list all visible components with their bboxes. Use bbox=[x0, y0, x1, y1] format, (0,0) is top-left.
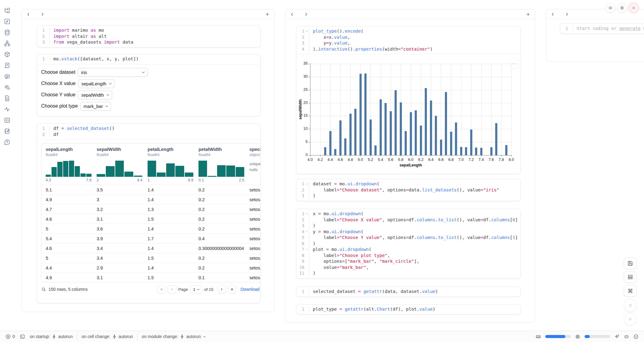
bar[interactable] bbox=[470, 130, 472, 155]
bar[interactable] bbox=[395, 90, 397, 155]
table-row[interactable]: 4.93.11.50.1setosa bbox=[41, 273, 261, 282]
runtime-config-item[interactable]: on cell change:autorun bbox=[81, 334, 133, 339]
ai-chat-icon[interactable] bbox=[0, 71, 14, 82]
bar[interactable] bbox=[435, 116, 437, 155]
data-sources-icon[interactable] bbox=[0, 27, 14, 38]
code-cell-xy-plot-dropdowns[interactable]: 1x = mo.ui.dropdown(2 label="Choose X va… bbox=[296, 209, 521, 279]
shutdown-button[interactable] bbox=[629, 3, 639, 13]
code-editor[interactable]: 1df = selected_dataset()2df bbox=[37, 124, 260, 139]
code-line[interactable]: 2 label="Choose dataset", options=data.l… bbox=[296, 187, 521, 193]
previous-page-button[interactable]: ‹ bbox=[168, 285, 176, 294]
code-line[interactable]: 1selected_dataset = getattr(data, datase… bbox=[296, 289, 521, 295]
copilot-icon[interactable] bbox=[624, 334, 629, 339]
code-line[interactable]: 3 y=y.value, bbox=[296, 40, 521, 46]
column-header[interactable]: petalLengthfloat6416.9 bbox=[148, 147, 199, 182]
first-page-button[interactable]: « bbox=[157, 285, 166, 294]
chart-actions-icon[interactable]: ⋯ bbox=[509, 58, 520, 69]
collapse-left-icon[interactable] bbox=[289, 11, 295, 17]
notebook-menu-button[interactable] bbox=[606, 3, 615, 13]
bar[interactable] bbox=[360, 74, 362, 155]
code-cell-plot-type[interactable]: 1plot_type = getattr(alt.Chart(df), plot… bbox=[296, 304, 521, 315]
code-editor[interactable]: 1import marimo as mo2import altair as al… bbox=[37, 26, 260, 47]
code-line[interactable]: 2df bbox=[37, 132, 260, 138]
run-all-button[interactable] bbox=[624, 313, 637, 326]
documentation-icon[interactable] bbox=[0, 93, 14, 104]
bar[interactable] bbox=[505, 145, 507, 155]
fold-gutter[interactable] bbox=[304, 211, 309, 217]
dependency-graph-icon[interactable] bbox=[0, 38, 14, 49]
code-line[interactable]: 1plot_type().encode( bbox=[296, 28, 521, 34]
bar[interactable] bbox=[329, 131, 331, 155]
bar[interactable] bbox=[354, 109, 356, 155]
logs-icon[interactable] bbox=[0, 60, 14, 71]
table-row[interactable]: 53.61.40.2setosa bbox=[41, 224, 261, 233]
code-cell-dataframe[interactable]: 1df = selected_dataset()2df sepalLengthf… bbox=[37, 123, 261, 303]
bar[interactable] bbox=[349, 114, 352, 155]
snippets-icon[interactable] bbox=[0, 115, 14, 126]
ai-assist-icon[interactable] bbox=[614, 334, 620, 339]
code-editor[interactable]: 1selected_dataset = getattr(data, datase… bbox=[296, 287, 521, 297]
code-editor[interactable]: 1mo.vstack([dataset, x, y, plot]) bbox=[37, 54, 260, 64]
bar[interactable] bbox=[380, 99, 382, 155]
code-line[interactable]: 1mo.vstack([dataset, x, y, plot]) bbox=[37, 56, 260, 62]
code-line[interactable]: 4).interactive().properties(width="conta… bbox=[296, 46, 521, 52]
download-button[interactable]: Download bbox=[241, 287, 261, 292]
code-line[interactable]: 7plot = mo.ui.dropdown( bbox=[296, 247, 521, 253]
column-header[interactable]: petalWidthfloat640.12.5 bbox=[199, 147, 249, 182]
code-line[interactable]: 9 options=["mark_bar", "mark_circle"], bbox=[296, 258, 521, 265]
errors-indicator[interactable]: 0 bbox=[5, 334, 15, 339]
code-line[interactable]: 3) bbox=[296, 223, 521, 229]
table-row[interactable]: 4.42.91.40.2setosa bbox=[41, 263, 261, 273]
bar[interactable] bbox=[440, 140, 442, 155]
table-row[interactable]: 53.41.50.2setosa bbox=[41, 253, 261, 263]
collapse-right-icon[interactable] bbox=[303, 11, 309, 17]
bar[interactable] bbox=[480, 148, 482, 155]
add-cell-icon[interactable] bbox=[264, 11, 270, 17]
dropdown-select[interactable]: iris bbox=[78, 68, 148, 77]
code-line[interactable]: 1plot_type = getattr(alt.Chart(df), plot… bbox=[296, 306, 521, 312]
code-line[interactable]: 4y = mo.ui.dropdown( bbox=[296, 229, 521, 235]
bar[interactable] bbox=[400, 102, 402, 155]
bar[interactable] bbox=[334, 149, 336, 155]
keyboard-shortcuts-button[interactable]: ⌘ bbox=[624, 285, 637, 297]
connection-status-icon[interactable] bbox=[633, 334, 639, 339]
code-line[interactable]: 2 label="Choose X value", options=df.col… bbox=[296, 217, 521, 223]
empty-code-cell[interactable]: 1Start coding or generate with AI bbox=[560, 23, 644, 34]
bar[interactable] bbox=[455, 123, 457, 155]
collapse-right-icon[interactable] bbox=[564, 11, 570, 17]
collapse-left-icon[interactable] bbox=[550, 11, 556, 17]
code-line[interactable]: 2 x=x.value, bbox=[296, 34, 521, 41]
collapse-right-icon[interactable] bbox=[39, 11, 45, 17]
code-line[interactable]: 10 value="mark_bar", bbox=[296, 265, 521, 271]
file-explorer-icon[interactable] bbox=[0, 5, 14, 16]
column-header[interactable]: sepalWidthfloat6424.4 bbox=[97, 147, 148, 182]
save-button[interactable] bbox=[624, 258, 637, 269]
app-layout-button[interactable] bbox=[624, 271, 637, 283]
table-row[interactable]: 4.73.21.30.2setosa bbox=[41, 204, 261, 214]
dropdown-select[interactable]: sepalWidth bbox=[78, 91, 112, 99]
bar[interactable] bbox=[385, 103, 387, 155]
code-cell-dataset-dropdown[interactable]: 1dataset = mo.ui.dropdown(2 label="Choos… bbox=[296, 179, 521, 201]
code-line[interactable]: 1x = mo.ui.dropdown( bbox=[296, 211, 521, 217]
fold-gutter[interactable] bbox=[304, 28, 309, 34]
terminal-button[interactable] bbox=[20, 334, 25, 339]
code-cell-chart[interactable]: 1plot_type().encode(2 x=x.value,3 y=y.va… bbox=[296, 26, 521, 174]
bar[interactable] bbox=[465, 147, 467, 155]
bar[interactable] bbox=[324, 147, 326, 155]
code-line[interactable]: 1import marimo as mo bbox=[37, 27, 260, 34]
bar[interactable] bbox=[364, 73, 367, 155]
code-editor[interactable]: 1plot_type = getattr(alt.Chart(df), plot… bbox=[296, 305, 521, 314]
table-row[interactable]: 5.13.51.40.2setosa bbox=[41, 185, 261, 194]
bar[interactable] bbox=[370, 119, 372, 155]
fold-gutter[interactable] bbox=[304, 229, 309, 235]
bar[interactable] bbox=[425, 88, 427, 155]
code-line[interactable]: 11) bbox=[296, 270, 521, 276]
code-line[interactable]: 3from vega_datasets import data bbox=[37, 39, 260, 45]
dropdown-select[interactable]: sepalLength bbox=[78, 79, 115, 88]
altair-bar-chart[interactable]: ⋯ 4.04.24.44.64.85.05.25.45.65.86.06.26.… bbox=[296, 54, 521, 174]
stop-kernel-button[interactable] bbox=[624, 299, 637, 312]
help-icon[interactable] bbox=[0, 137, 14, 148]
dropdown-select[interactable]: mark_bar bbox=[80, 102, 111, 111]
bar[interactable] bbox=[450, 132, 452, 155]
fold-gutter[interactable] bbox=[304, 247, 309, 253]
